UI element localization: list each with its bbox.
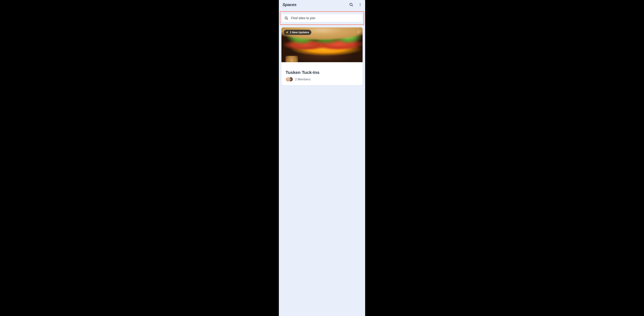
- svg-point-9: [358, 33, 359, 33]
- svg-point-8: [358, 32, 359, 32]
- member-avatar-1: [286, 77, 290, 82]
- updates-badge[interactable]: ⚡ 1 New Updates: [284, 30, 311, 35]
- header: Spaces: [279, 0, 365, 9]
- more-vertical-icon: [358, 3, 362, 6]
- card-hero-image: ⚡ 1 New Updates: [282, 28, 362, 62]
- app-container: Spaces: [279, 0, 365, 316]
- member-row: S 2 Members: [286, 77, 358, 82]
- space-avatar: [286, 56, 298, 62]
- member-count: 2 Members: [295, 78, 310, 81]
- search-input[interactable]: [291, 16, 360, 20]
- card-more-button[interactable]: [356, 30, 361, 34]
- svg-line-1: [352, 5, 353, 6]
- search-bar[interactable]: [282, 14, 362, 22]
- header-more-button[interactable]: [358, 2, 362, 7]
- space-card[interactable]: ⚡ 1 New Updates Tusken Tuck-Ins S: [282, 28, 362, 85]
- updates-count-text: 1 New Updates: [290, 31, 309, 34]
- card-body: Tusken Tuck-Ins S 2 Members: [282, 62, 362, 85]
- search-icon: [284, 16, 288, 20]
- svg-line-6: [287, 19, 288, 20]
- svg-point-3: [360, 4, 360, 5]
- header-actions: [348, 2, 362, 8]
- header-search-button[interactable]: [348, 2, 354, 8]
- search-icon: [349, 2, 353, 7]
- space-title: Tusken Tuck-Ins: [286, 70, 358, 75]
- more-vertical-icon: [357, 30, 360, 34]
- avatar-stack: S: [286, 77, 293, 82]
- svg-point-4: [360, 5, 360, 6]
- bolt-icon: ⚡: [286, 31, 289, 34]
- svg-point-2: [360, 3, 360, 4]
- search-highlight-box: [280, 11, 364, 25]
- svg-point-7: [358, 31, 359, 32]
- page-title: Spaces: [282, 2, 296, 7]
